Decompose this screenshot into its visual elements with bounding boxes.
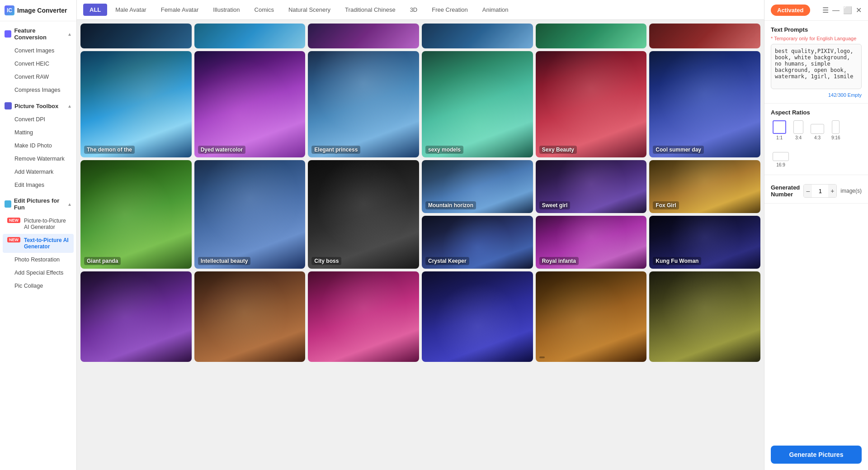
activated-button[interactable]: Activated: [771, 5, 810, 16]
aspect-btn-4-3[interactable]: 4:3: [809, 119, 826, 142]
feature-section-label: Feature Conversion: [14, 27, 67, 41]
sidebar-section-picture-toolbox: Picture Toolbox ▲ Convert DPI Matting Ma…: [0, 99, 76, 191]
number-input[interactable]: [812, 185, 828, 197]
maximize-icon[interactable]: ⬜: [843, 6, 852, 14]
gallery-item-top4[interactable]: [422, 24, 533, 48]
gallery-item-demon[interactable]: The demon of the: [80, 51, 192, 157]
char-max: 300: [838, 92, 846, 98]
gallery-item-warrior[interactable]: [194, 271, 306, 362]
tab-free-creation[interactable]: Free Creation: [425, 4, 474, 16]
images-suffix: image(s): [840, 188, 862, 194]
sidebar-item-make-id-photo[interactable]: Make ID Photo: [3, 139, 74, 152]
gallery-item-top5[interactable]: [536, 24, 647, 48]
aspect-btn-9-16[interactable]: 9:16: [830, 119, 842, 142]
sidebar-item-t2p[interactable]: NEW Text-to-Picture AI Generator: [3, 234, 74, 253]
gallery-item-kung-fu[interactable]: Kung Fu Woman: [649, 216, 760, 269]
app-icon: IC: [5, 5, 14, 15]
right-panel-header: Activated ☰ — ⬜ ✕: [764, 0, 868, 21]
text-prompts-input[interactable]: [771, 44, 862, 89]
menu-icon[interactable]: ☰: [822, 6, 829, 14]
gallery-item-sexy-models[interactable]: sexy models: [422, 51, 533, 157]
decrement-button[interactable]: –: [804, 185, 812, 197]
sidebar-section-header-feature[interactable]: Feature Conversion ▲: [0, 24, 76, 44]
gallery-area[interactable]: The demon of the Dyed watercolor Elegant…: [77, 20, 764, 470]
aspect-btn-3-4[interactable]: 3:4: [792, 119, 805, 142]
gallery-item-mountain[interactable]: Mountain horizon: [422, 160, 533, 213]
gallery-item-sweet[interactable]: Sweet girl: [536, 160, 647, 213]
gallery-item-top2[interactable]: [194, 24, 306, 48]
tab-female-avatar[interactable]: Female Avatar: [155, 4, 205, 16]
main-content: ALL Male Avatar Female Avatar Illustrati…: [77, 0, 764, 470]
gallery-item-cool-summer[interactable]: Cool summer day: [649, 51, 760, 157]
tab-3d[interactable]: 3D: [404, 4, 424, 16]
gallery-label-sexy-beauty: Sexy Beauty: [539, 146, 577, 154]
app-title: Image Converter: [17, 7, 67, 14]
text-prompts-label: Text Prompts: [771, 26, 862, 33]
sidebar-section-header-edit[interactable]: Edit Pictures for Fun ▲: [0, 194, 76, 214]
aspect-box-9-16: [832, 120, 840, 134]
aspect-box-16-9: [773, 152, 789, 161]
gallery-label-panda: Giant panda: [84, 257, 121, 265]
sidebar-item-remove-watermark[interactable]: Remove Watermark: [3, 152, 74, 165]
sidebar-item-add-watermark[interactable]: Add Watermark: [3, 166, 74, 178]
tab-all[interactable]: ALL: [83, 4, 107, 16]
sidebar-item-add-special-effects[interactable]: Add Special Effects: [3, 266, 74, 279]
aspect-label-1-1: 1:1: [776, 135, 783, 140]
aspect-ratios-section: Aspect Ratios 1:1 3:4 4:3 9:16 16:9: [764, 104, 868, 175]
minimize-icon[interactable]: —: [832, 6, 840, 14]
sidebar-item-convert-raw[interactable]: Convert RAW: [3, 71, 74, 83]
sidebar-item-edit-images[interactable]: Edit Images: [3, 179, 74, 191]
gallery-item-elegant[interactable]: Elegant princess: [308, 51, 419, 157]
tab-traditional-chinese[interactable]: Traditional Chinese: [339, 4, 402, 16]
gen-number-label: Generated Number: [771, 184, 800, 198]
aspect-ratios-label: Aspect Ratios: [771, 109, 862, 116]
sidebar-item-p2p[interactable]: NEW Picture-to-Picture AI Generator: [3, 214, 74, 233]
generate-button[interactable]: Generate Pictures: [771, 446, 862, 464]
tab-illustration[interactable]: Illustration: [207, 4, 246, 16]
increment-button[interactable]: +: [828, 185, 836, 197]
gallery-item-royal[interactable]: Royal infanta: [536, 216, 647, 269]
gallery-item-dyed[interactable]: Dyed watercolor: [194, 51, 306, 157]
sidebar-section-header-toolbox[interactable]: Picture Toolbox ▲: [0, 99, 76, 113]
sidebar-item-convert-images[interactable]: Convert Images: [3, 44, 74, 57]
gallery-item-city-scene[interactable]: [422, 271, 533, 362]
sidebar-item-matting[interactable]: Matting: [3, 126, 74, 139]
gallery-item-fox[interactable]: Fox Girl: [649, 160, 760, 213]
aspect-label-4-3: 4:3: [814, 135, 821, 140]
aspect-btn-16-9[interactable]: 16:9: [771, 146, 791, 169]
gallery-item-intellectual[interactable]: Intellectual beauty: [194, 160, 306, 269]
gallery-item-armor[interactable]: [649, 271, 760, 362]
gallery-label-fox: Fox Girl: [653, 201, 679, 209]
sidebar-header: IC Image Converter: [0, 0, 76, 21]
text-prompts-section: Text Prompts * Temporary only for Englis…: [764, 21, 868, 104]
tab-natural-scenery[interactable]: Natural Scenery: [282, 4, 337, 16]
tab-animation[interactable]: Animation: [476, 4, 515, 16]
gallery-label-elegant: Elegant princess: [311, 146, 360, 154]
gallery-item-bottom1[interactable]: [80, 271, 192, 362]
gallery-item-cloud-engineer[interactable]: [536, 271, 647, 362]
aspect-btn-1-1[interactable]: 1:1: [771, 119, 788, 142]
feature-chevron: ▲: [67, 32, 72, 37]
sidebar-item-convert-dpi[interactable]: Convert DPI: [3, 113, 74, 126]
gallery-item-top3[interactable]: [308, 24, 419, 48]
gallery-item-panda[interactable]: Giant panda: [80, 160, 192, 269]
empty-link[interactable]: Empty: [848, 92, 862, 98]
gallery-item-sexy-beauty[interactable]: Sexy Beauty: [536, 51, 647, 157]
sidebar-section-edit-pictures: Edit Pictures for Fun ▲ NEW Picture-to-P…: [0, 194, 76, 292]
gallery-item-top1[interactable]: [80, 24, 192, 48]
tab-male-avatar[interactable]: Male Avatar: [109, 4, 152, 16]
close-icon[interactable]: ✕: [856, 6, 862, 14]
sidebar-item-compress-images[interactable]: Compress Images: [3, 84, 74, 96]
sidebar-item-photo-restoration[interactable]: Photo Restoration: [3, 253, 74, 266]
sidebar-item-pic-collage[interactable]: Pic Collage: [3, 280, 74, 292]
toolbox-section-icon: [5, 102, 12, 109]
gallery-item-crystal[interactable]: Crystal Keeper: [422, 216, 533, 269]
generated-number-section: Generated Number – + image(s): [764, 175, 868, 204]
aspect-label-3-4: 3:4: [795, 135, 802, 140]
gallery-item-pink-animal[interactable]: [308, 271, 419, 362]
gallery-item-city-boss[interactable]: City boss: [308, 160, 419, 269]
tab-comics[interactable]: Comics: [248, 4, 280, 16]
sidebar-item-convert-heic[interactable]: Convert HEIC: [3, 57, 74, 70]
gallery-item-top6[interactable]: [649, 24, 760, 48]
feature-section-icon: [5, 30, 11, 38]
